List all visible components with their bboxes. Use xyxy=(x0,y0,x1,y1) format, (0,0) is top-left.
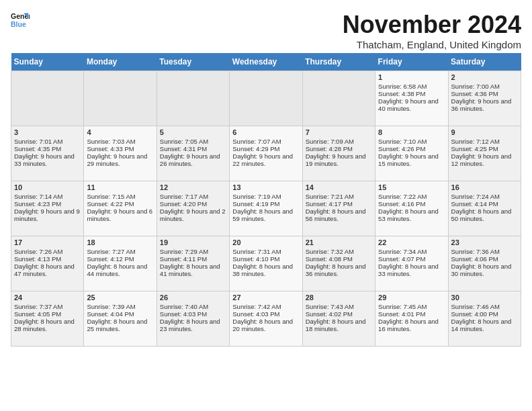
header-monday: Monday xyxy=(84,53,157,71)
title-area: November 2024 Thatcham, England, United … xyxy=(343,11,521,50)
day-number-3: 3 xyxy=(14,128,81,136)
day-number-2: 2 xyxy=(451,73,518,81)
day-info-2: Sunrise: 7:00 AM Sunset: 4:36 PM Dayligh… xyxy=(451,83,518,112)
calendar-table: SundayMondayTuesdayWednesdayThursdayFrid… xyxy=(11,53,521,347)
day-21: 21Sunrise: 7:32 AM Sunset: 4:08 PM Dayli… xyxy=(302,236,375,291)
day-28: 28Sunrise: 7:43 AM Sunset: 4:02 PM Dayli… xyxy=(302,291,375,347)
day-info-17: Sunrise: 7:26 AM Sunset: 4:13 PM Dayligh… xyxy=(14,248,81,277)
day-info-15: Sunrise: 7:22 AM Sunset: 4:16 PM Dayligh… xyxy=(378,193,445,222)
day-number-9: 9 xyxy=(451,128,518,136)
day-number-15: 15 xyxy=(378,183,445,191)
day-14: 14Sunrise: 7:21 AM Sunset: 4:17 PM Dayli… xyxy=(302,181,375,236)
day-3: 3Sunrise: 7:01 AM Sunset: 4:35 PM Daylig… xyxy=(11,126,84,181)
day-29: 29Sunrise: 7:45 AM Sunset: 4:01 PM Dayli… xyxy=(375,291,448,347)
empty-cell xyxy=(11,71,84,126)
header-saturday: Saturday xyxy=(448,53,521,71)
logo-icon: General Blue xyxy=(11,11,30,30)
day-info-1: Sunrise: 6:58 AM Sunset: 4:38 PM Dayligh… xyxy=(378,83,445,112)
day-info-3: Sunrise: 7:01 AM Sunset: 4:35 PM Dayligh… xyxy=(14,138,81,167)
week-row-2: 3Sunrise: 7:01 AM Sunset: 4:35 PM Daylig… xyxy=(11,126,521,181)
header-row: SundayMondayTuesdayWednesdayThursdayFrid… xyxy=(11,53,521,71)
svg-text:Blue: Blue xyxy=(11,20,26,28)
day-number-17: 17 xyxy=(14,238,81,246)
day-info-14: Sunrise: 7:21 AM Sunset: 4:17 PM Dayligh… xyxy=(306,193,372,222)
day-info-24: Sunrise: 7:37 AM Sunset: 4:05 PM Dayligh… xyxy=(14,303,81,332)
logo: General Blue xyxy=(11,11,30,30)
day-19: 19Sunrise: 7:29 AM Sunset: 4:11 PM Dayli… xyxy=(157,236,229,291)
day-info-25: Sunrise: 7:39 AM Sunset: 4:04 PM Dayligh… xyxy=(87,303,153,332)
header-tuesday: Tuesday xyxy=(157,53,229,71)
header-thursday: Thursday xyxy=(302,53,375,71)
empty-cell xyxy=(230,71,302,126)
day-number-28: 28 xyxy=(306,293,372,302)
day-26: 26Sunrise: 7:40 AM Sunset: 4:03 PM Dayli… xyxy=(157,291,229,347)
day-info-21: Sunrise: 7:32 AM Sunset: 4:08 PM Dayligh… xyxy=(306,248,372,277)
day-info-19: Sunrise: 7:29 AM Sunset: 4:11 PM Dayligh… xyxy=(160,248,226,277)
day-number-24: 24 xyxy=(14,293,81,302)
day-number-19: 19 xyxy=(160,238,226,246)
day-2: 2Sunrise: 7:00 AM Sunset: 4:36 PM Daylig… xyxy=(448,71,521,126)
day-info-20: Sunrise: 7:31 AM Sunset: 4:10 PM Dayligh… xyxy=(232,248,299,277)
day-11: 11Sunrise: 7:15 AM Sunset: 4:22 PM Dayli… xyxy=(84,181,157,236)
day-17: 17Sunrise: 7:26 AM Sunset: 4:13 PM Dayli… xyxy=(11,236,84,291)
day-number-27: 27 xyxy=(232,293,299,302)
day-info-16: Sunrise: 7:24 AM Sunset: 4:14 PM Dayligh… xyxy=(451,193,518,222)
day-info-6: Sunrise: 7:07 AM Sunset: 4:29 PM Dayligh… xyxy=(232,138,299,167)
header-wednesday: Wednesday xyxy=(230,53,302,71)
day-number-29: 29 xyxy=(378,293,445,302)
day-12: 12Sunrise: 7:17 AM Sunset: 4:20 PM Dayli… xyxy=(157,181,229,236)
day-info-10: Sunrise: 7:14 AM Sunset: 4:23 PM Dayligh… xyxy=(14,193,81,222)
day-8: 8Sunrise: 7:10 AM Sunset: 4:26 PM Daylig… xyxy=(375,126,448,181)
day-30: 30Sunrise: 7:46 AM Sunset: 4:00 PM Dayli… xyxy=(448,291,521,347)
day-15: 15Sunrise: 7:22 AM Sunset: 4:16 PM Dayli… xyxy=(375,181,448,236)
day-number-7: 7 xyxy=(306,128,372,136)
day-info-8: Sunrise: 7:10 AM Sunset: 4:26 PM Dayligh… xyxy=(378,138,445,167)
month-title: November 2024 xyxy=(343,11,521,39)
day-number-8: 8 xyxy=(378,128,445,136)
day-info-7: Sunrise: 7:09 AM Sunset: 4:28 PM Dayligh… xyxy=(306,138,372,167)
day-16: 16Sunrise: 7:24 AM Sunset: 4:14 PM Dayli… xyxy=(448,181,521,236)
day-9: 9Sunrise: 7:12 AM Sunset: 4:25 PM Daylig… xyxy=(448,126,521,181)
day-info-28: Sunrise: 7:43 AM Sunset: 4:02 PM Dayligh… xyxy=(306,303,372,332)
week-row-3: 10Sunrise: 7:14 AM Sunset: 4:23 PM Dayli… xyxy=(11,181,521,236)
day-info-30: Sunrise: 7:46 AM Sunset: 4:00 PM Dayligh… xyxy=(451,303,518,332)
day-6: 6Sunrise: 7:07 AM Sunset: 4:29 PM Daylig… xyxy=(230,126,302,181)
day-number-6: 6 xyxy=(232,128,299,136)
day-number-10: 10 xyxy=(14,183,81,191)
week-row-1: 1Sunrise: 6:58 AM Sunset: 4:38 PM Daylig… xyxy=(11,71,521,126)
day-number-1: 1 xyxy=(378,73,445,81)
day-7: 7Sunrise: 7:09 AM Sunset: 4:28 PM Daylig… xyxy=(302,126,375,181)
day-10: 10Sunrise: 7:14 AM Sunset: 4:23 PM Dayli… xyxy=(11,181,84,236)
day-info-5: Sunrise: 7:05 AM Sunset: 4:31 PM Dayligh… xyxy=(160,138,226,167)
day-number-25: 25 xyxy=(87,293,153,302)
day-4: 4Sunrise: 7:03 AM Sunset: 4:33 PM Daylig… xyxy=(84,126,157,181)
day-27: 27Sunrise: 7:42 AM Sunset: 4:03 PM Dayli… xyxy=(230,291,302,347)
day-info-13: Sunrise: 7:19 AM Sunset: 4:19 PM Dayligh… xyxy=(232,193,299,222)
day-info-23: Sunrise: 7:36 AM Sunset: 4:06 PM Dayligh… xyxy=(451,248,518,277)
day-number-23: 23 xyxy=(451,238,518,246)
day-info-12: Sunrise: 7:17 AM Sunset: 4:20 PM Dayligh… xyxy=(160,193,226,222)
day-24: 24Sunrise: 7:37 AM Sunset: 4:05 PM Dayli… xyxy=(11,291,84,347)
day-info-26: Sunrise: 7:40 AM Sunset: 4:03 PM Dayligh… xyxy=(160,303,226,332)
header-friday: Friday xyxy=(375,53,448,71)
day-number-13: 13 xyxy=(232,183,299,191)
day-number-12: 12 xyxy=(160,183,226,191)
day-number-16: 16 xyxy=(451,183,518,191)
page-header: General Blue November 2024 Thatcham, Eng… xyxy=(11,11,521,50)
day-number-20: 20 xyxy=(232,238,299,246)
week-row-5: 24Sunrise: 7:37 AM Sunset: 4:05 PM Dayli… xyxy=(11,291,521,347)
day-number-22: 22 xyxy=(378,238,445,246)
day-info-9: Sunrise: 7:12 AM Sunset: 4:25 PM Dayligh… xyxy=(451,138,518,167)
day-5: 5Sunrise: 7:05 AM Sunset: 4:31 PM Daylig… xyxy=(157,126,229,181)
day-number-21: 21 xyxy=(306,238,372,246)
header-sunday: Sunday xyxy=(11,53,84,71)
day-13: 13Sunrise: 7:19 AM Sunset: 4:19 PM Dayli… xyxy=(230,181,302,236)
day-18: 18Sunrise: 7:27 AM Sunset: 4:12 PM Dayli… xyxy=(84,236,157,291)
day-number-5: 5 xyxy=(160,128,226,136)
day-number-14: 14 xyxy=(306,183,372,191)
day-25: 25Sunrise: 7:39 AM Sunset: 4:04 PM Dayli… xyxy=(84,291,157,347)
day-1: 1Sunrise: 6:58 AM Sunset: 4:38 PM Daylig… xyxy=(375,71,448,126)
day-info-4: Sunrise: 7:03 AM Sunset: 4:33 PM Dayligh… xyxy=(87,138,153,167)
location-subtitle: Thatcham, England, United Kingdom xyxy=(343,39,521,50)
day-20: 20Sunrise: 7:31 AM Sunset: 4:10 PM Dayli… xyxy=(230,236,302,291)
